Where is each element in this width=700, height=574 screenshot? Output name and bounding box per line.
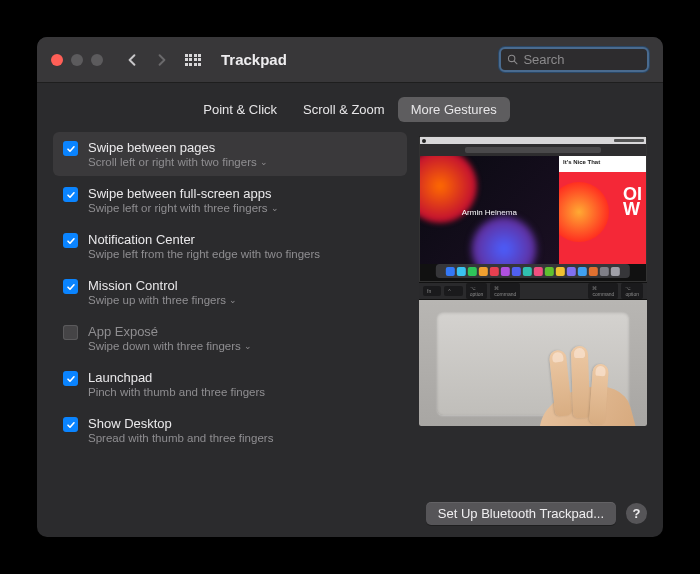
gesture-show-desktop[interactable]: Show Desktop Spread with thumb and three… bbox=[53, 408, 407, 452]
gesture-preview-video: Armin Heinema It's Nice That OIW fn^⌥opt… bbox=[419, 136, 647, 426]
show-all-icon[interactable] bbox=[183, 50, 203, 70]
footer: Set Up Bluetooth Trackpad... ? bbox=[37, 489, 663, 537]
zoom-button[interactable] bbox=[91, 54, 103, 66]
gesture-notification-center[interactable]: Notification Center Swipe left from the … bbox=[53, 224, 407, 268]
checkbox[interactable] bbox=[63, 325, 78, 340]
gesture-launchpad[interactable]: Launchpad Pinch with thumb and three fin… bbox=[53, 362, 407, 406]
chevron-down-icon: ⌄ bbox=[229, 295, 237, 305]
tab-more-gestures[interactable]: More Gestures bbox=[398, 97, 510, 122]
svg-line-1 bbox=[514, 61, 517, 64]
preview-trackpad bbox=[419, 300, 647, 426]
gesture-title: Swipe between full-screen apps bbox=[88, 186, 279, 201]
gesture-title: Show Desktop bbox=[88, 416, 273, 431]
gesture-swipe-fullscreen[interactable]: Swipe between full-screen apps Swipe lef… bbox=[53, 178, 407, 222]
minimize-button[interactable] bbox=[71, 54, 83, 66]
gesture-title: Swipe between pages bbox=[88, 140, 268, 155]
gesture-swipe-pages[interactable]: Swipe between pages Scroll left or right… bbox=[53, 132, 407, 176]
gesture-title: Launchpad bbox=[88, 370, 265, 385]
forward-button[interactable] bbox=[151, 49, 173, 71]
preview-sidebar-label: It's Nice That bbox=[559, 156, 646, 172]
close-button[interactable] bbox=[51, 54, 63, 66]
search-icon bbox=[507, 53, 518, 66]
window-title: Trackpad bbox=[221, 51, 287, 68]
search-input[interactable] bbox=[523, 52, 641, 67]
back-button[interactable] bbox=[121, 49, 143, 71]
gesture-list: Swipe between pages Scroll left or right… bbox=[53, 132, 407, 489]
gesture-subtitle[interactable]: Swipe left or right with three fingers⌄ bbox=[88, 202, 279, 214]
gesture-title: App Exposé bbox=[88, 324, 252, 339]
preview-hand bbox=[519, 339, 629, 426]
segmented-control: Point & Click Scroll & Zoom More Gesture… bbox=[190, 97, 509, 122]
chevron-down-icon: ⌄ bbox=[271, 203, 279, 213]
gesture-subtitle: Spread with thumb and three fingers bbox=[88, 432, 273, 444]
gesture-subtitle[interactable]: Swipe up with three fingers⌄ bbox=[88, 294, 237, 306]
preferences-window: Trackpad Point & Click Scroll & Zoom Mor… bbox=[37, 37, 663, 537]
gesture-subtitle: Swipe left from the right edge with two … bbox=[88, 248, 320, 260]
checkbox[interactable] bbox=[63, 233, 78, 248]
preview-screen: Armin Heinema It's Nice That OIW bbox=[419, 136, 647, 282]
help-button[interactable]: ? bbox=[626, 503, 647, 524]
gesture-app-expose[interactable]: App Exposé Swipe down with three fingers… bbox=[53, 316, 407, 360]
gesture-subtitle[interactable]: Swipe down with three fingers⌄ bbox=[88, 340, 252, 352]
preview-big-text: OIW bbox=[623, 187, 642, 218]
search-field[interactable] bbox=[499, 47, 649, 72]
tab-bar: Point & Click Scroll & Zoom More Gesture… bbox=[37, 83, 663, 132]
checkbox[interactable] bbox=[63, 417, 78, 432]
gesture-subtitle[interactable]: Scroll left or right with two fingers⌄ bbox=[88, 156, 268, 168]
checkbox[interactable] bbox=[63, 141, 78, 156]
preview-browser: Armin Heinema It's Nice That OIW bbox=[420, 144, 646, 264]
svg-point-0 bbox=[508, 55, 514, 61]
preview-keyboard: fn^⌥option⌘command ⌘command⌥option bbox=[419, 282, 647, 300]
tab-point-click[interactable]: Point & Click bbox=[190, 97, 290, 122]
chevron-down-icon: ⌄ bbox=[244, 341, 252, 351]
checkbox[interactable] bbox=[63, 371, 78, 386]
window-controls bbox=[51, 54, 103, 66]
checkbox[interactable] bbox=[63, 279, 78, 294]
gesture-title: Notification Center bbox=[88, 232, 320, 247]
gesture-title: Mission Control bbox=[88, 278, 237, 293]
chevron-down-icon: ⌄ bbox=[260, 157, 268, 167]
preview-menubar bbox=[420, 137, 646, 144]
setup-bluetooth-trackpad-button[interactable]: Set Up Bluetooth Trackpad... bbox=[426, 502, 616, 525]
content-area: Swipe between pages Scroll left or right… bbox=[37, 132, 663, 489]
titlebar: Trackpad bbox=[37, 37, 663, 83]
gesture-mission-control[interactable]: Mission Control Swipe up with three fing… bbox=[53, 270, 407, 314]
checkbox[interactable] bbox=[63, 187, 78, 202]
gesture-subtitle: Pinch with thumb and three fingers bbox=[88, 386, 265, 398]
preview-artist-name: Armin Heinema bbox=[462, 208, 517, 217]
preview-dock bbox=[436, 264, 630, 278]
tab-scroll-zoom[interactable]: Scroll & Zoom bbox=[290, 97, 398, 122]
